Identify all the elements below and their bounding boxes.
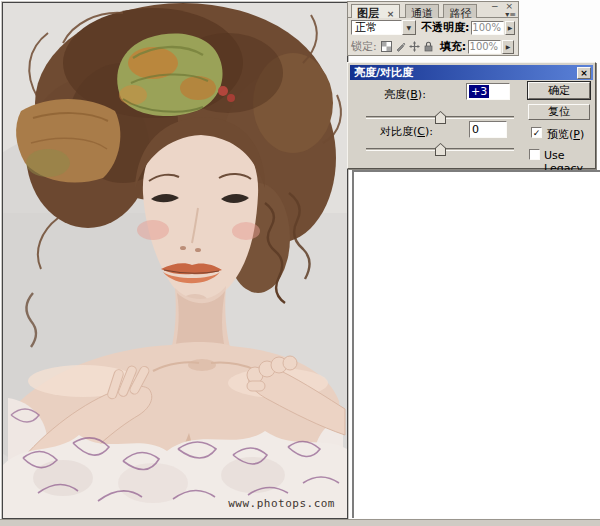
ok-button[interactable]: 确定 (528, 82, 590, 99)
reset-button[interactable]: 复位 (528, 104, 590, 120)
preview-checkbox-label: 预览(P) (547, 127, 584, 142)
brightness-contrast-dialog: 亮度/对比度 × 亮度(B): +3 确定 复位 对比度(C): 0 ✓ 预览(… (347, 62, 596, 169)
contrast-slider-thumb[interactable] (435, 143, 446, 156)
opacity-popup-arrow-icon[interactable]: ▶ (505, 21, 515, 35)
lock-label: 锁定: (351, 39, 377, 54)
fill-popup-arrow-icon[interactable]: ▶ (502, 40, 514, 54)
opacity-field[interactable]: 100% (471, 21, 504, 35)
brightness-slider-thumb[interactable] (435, 111, 446, 124)
tab-paths[interactable]: 路径 (443, 4, 477, 18)
portrait-photo (3, 3, 347, 518)
fill-field[interactable]: 100% (468, 40, 501, 54)
tab-layers[interactable]: 图层 × (351, 4, 400, 18)
lock-all-icon[interactable] (423, 41, 434, 52)
dialog-title: 亮度/对比度 (354, 65, 577, 80)
preview-checkbox[interactable]: ✓ (531, 127, 542, 138)
brightness-input[interactable]: +3 (466, 83, 510, 100)
lock-paint-icon[interactable] (395, 41, 406, 52)
fill-label: 填充: (440, 39, 466, 54)
chevron-down-icon[interactable]: ▼ (402, 20, 416, 35)
watermark-text: www.photops.com (228, 497, 335, 510)
contrast-input[interactable]: 0 (469, 121, 507, 138)
contrast-slider[interactable] (366, 142, 514, 156)
tab-close-icon[interactable]: × (387, 9, 395, 19)
dialog-close-button[interactable]: × (577, 67, 591, 79)
contrast-label: 对比度(C): (380, 124, 433, 139)
window-bottom-strip (0, 519, 600, 526)
brightness-label: 亮度(B): (384, 87, 426, 102)
opacity-label: 不透明度: (421, 20, 469, 35)
lock-transparency-icon[interactable] (381, 41, 392, 52)
dialog-titlebar[interactable]: 亮度/对比度 × (350, 65, 593, 80)
document-canvas[interactable]: www.photops.com (2, 2, 348, 519)
panel-tab-bar: 图层 × 通道 路径 (348, 2, 518, 18)
photoshop-workspace: www.photops.com − × ▾≡ 图层 × 通道 路径 正常 ▼ (0, 0, 600, 526)
background-document-area (352, 170, 600, 518)
use-legacy-checkbox[interactable] (529, 149, 540, 160)
tab-channels[interactable]: 通道 (405, 4, 439, 18)
layers-panel: − × ▾≡ 图层 × 通道 路径 正常 ▼ 不透明度: 100% ▶ (347, 1, 519, 56)
lock-position-icon[interactable] (409, 41, 420, 52)
blend-mode-select[interactable]: 正常 ▼ (351, 20, 416, 35)
